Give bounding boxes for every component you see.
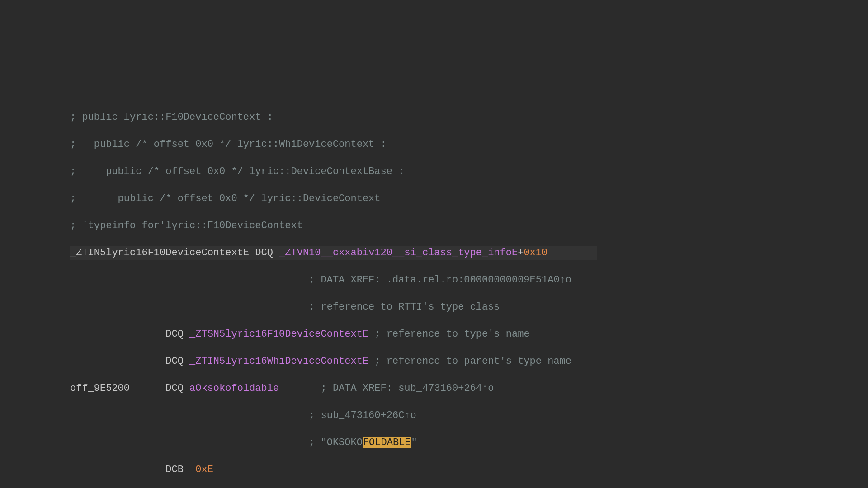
disassembly-view[interactable]: ; public lyric::F10DeviceContext : ; pub… xyxy=(70,84,571,488)
byte-value: 0xE xyxy=(195,464,213,475)
offset-value: 0x10 xyxy=(524,247,547,258)
directive-text: DCQ xyxy=(165,328,189,340)
comment-text: ; reference to RTTI's type class xyxy=(309,301,500,313)
comment-text: ; public /* offset 0x0 */ lyric::DeviceC… xyxy=(70,193,381,204)
code-line[interactable]: ; sub_473160+26C↑o xyxy=(70,409,571,422)
symbol-ref[interactable]: _ZTIN5lyric16WhiDeviceContextE xyxy=(189,356,368,367)
code-line[interactable]: DCB 0xE xyxy=(70,463,571,477)
string-suffix: " xyxy=(411,437,417,448)
directive-text: DCQ xyxy=(165,383,189,394)
symbol-ref[interactable]: _ZTSN5lyric16F10DeviceContextE xyxy=(189,328,368,340)
comment-text: ; `typeinfo for'lyric::F10DeviceContext xyxy=(70,220,303,231)
symbol-label[interactable]: off_9E5200 xyxy=(70,383,130,394)
code-line[interactable]: ; public lyric::F10DeviceContext : xyxy=(70,111,571,124)
directive-text: DCB xyxy=(165,464,184,475)
string-comment: ; "OKSOKOFOLDABLE" xyxy=(309,437,417,448)
operator-plus: + xyxy=(518,247,524,258)
xref-comment[interactable]: ; DATA XREF: .data.rel.ro:00000000009E51… xyxy=(309,274,571,286)
string-prefix: ; "OKSOKO xyxy=(309,437,363,448)
symbol-ref[interactable]: aOksokofoldable xyxy=(189,383,279,394)
code-line[interactable]: ; "OKSOKOFOLDABLE" xyxy=(70,436,571,450)
code-line[interactable]: ; public /* offset 0x0 */ lyric::WhiDevi… xyxy=(70,138,571,151)
directive-text: DCQ xyxy=(165,356,189,367)
symbol-ref[interactable]: _ZTVN10__cxxabiv120__si_class_type_infoE xyxy=(279,247,518,258)
comment-text: ; public /* offset 0x0 */ lyric::WhiDevi… xyxy=(70,139,387,150)
xref-comment[interactable]: ; sub_473160+26C↑o xyxy=(309,410,416,421)
code-line[interactable]: DCQ _ZTSN5lyric16F10DeviceContextE ; ref… xyxy=(70,328,571,341)
comment-text: ; public lyric::F10DeviceContext : xyxy=(70,112,273,123)
search-highlight: FOLDABLE xyxy=(363,437,411,448)
code-line[interactable]: ; reference to RTTI's type class xyxy=(70,300,571,314)
comment-text: ; public /* offset 0x0 */ lyric::DeviceC… xyxy=(70,166,404,177)
xref-comment[interactable]: ; DATA XREF: sub_473160+264↑o xyxy=(321,383,494,394)
comment-text: ; reference to type's name xyxy=(368,328,529,340)
symbol-label[interactable]: _ZTIN5lyric16F10DeviceContextE xyxy=(70,247,249,258)
code-line[interactable]: off_9E5200 DCQ aOksokofoldable ; DATA XR… xyxy=(70,382,571,395)
directive-text: DCQ xyxy=(249,247,279,258)
code-line[interactable]: DCQ _ZTIN5lyric16WhiDeviceContextE ; ref… xyxy=(70,355,571,368)
code-line[interactable]: _ZTIN5lyric16F10DeviceContextE DCQ _ZTVN… xyxy=(70,246,571,260)
code-line[interactable]: ; `typeinfo for'lyric::F10DeviceContext xyxy=(70,219,571,233)
code-line[interactable]: ; public /* offset 0x0 */ lyric::DeviceC… xyxy=(70,165,571,178)
comment-text: ; reference to parent's type name xyxy=(368,356,571,367)
code-line[interactable]: ; public /* offset 0x0 */ lyric::DeviceC… xyxy=(70,192,571,206)
code-line[interactable]: ; DATA XREF: .data.rel.ro:00000000009E51… xyxy=(70,273,571,287)
